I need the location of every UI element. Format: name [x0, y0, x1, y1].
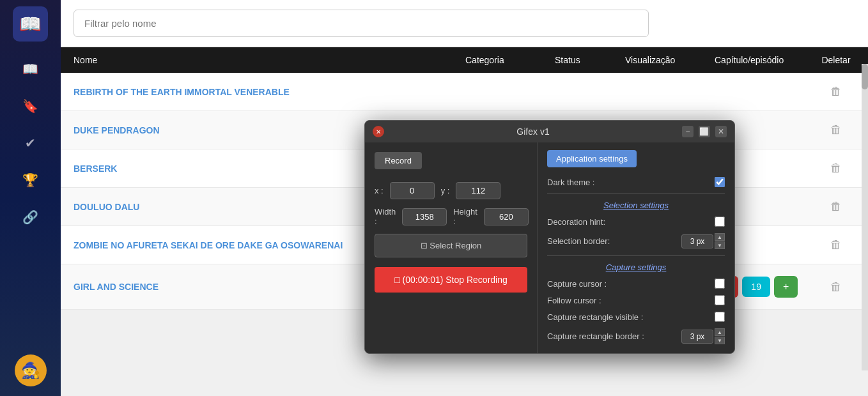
logo-icon: 📖 [19, 13, 42, 34]
header-nome: Nome [74, 55, 465, 65]
selection-border-spinner: ▲ ▼ [681, 233, 725, 249]
read-icon: 📖 [22, 61, 38, 77]
row-deletar-1: 🗑 [817, 85, 855, 98]
dark-theme-row: Dark theme : [547, 177, 725, 187]
divider-2 [547, 255, 725, 256]
stop-recording-button[interactable]: □ (00:00:01) Stop Recording [375, 267, 527, 293]
trophy-icon: 🏆 [22, 172, 38, 188]
width-label: Width : [375, 207, 396, 226]
sidebar-item-read[interactable]: 📖 [15, 53, 47, 85]
y-label: y : [441, 186, 450, 195]
modal-titlebar: ✕ Gifex v1 − ⬜ ✕ [365, 121, 734, 142]
follow-cursor-row: Follow cursor : [547, 295, 725, 305]
record-panel: Record x : y : Width : Height : ⊡ Select… [365, 142, 538, 353]
capture-rect-border-row: Capture rectangle border : ▲ ▼ [547, 328, 725, 344]
modal-close-button[interactable]: ✕ [373, 126, 384, 137]
row-deletar-6: 🗑 [817, 280, 855, 294]
sidebar-item-check[interactable]: ✔ [15, 127, 47, 159]
sidebar-item-trophy[interactable]: 🏆 [15, 164, 47, 196]
sidebar-logo[interactable]: 📖 [13, 6, 48, 42]
capture-rect-border-up[interactable]: ▲ [715, 328, 725, 336]
selection-border-arrows: ▲ ▼ [715, 233, 725, 249]
select-region-button[interactable]: ⊡ Select Region [375, 234, 527, 257]
header-visualizacao: Visualização [625, 55, 715, 65]
header-categoria: Categoria [465, 55, 555, 65]
scrollbar-track[interactable] [862, 64, 868, 370]
capture-rect-border-arrows: ▲ ▼ [715, 328, 725, 344]
decoration-hint-row: Decoration hint: [547, 217, 725, 227]
height-input[interactable] [484, 208, 529, 225]
row-deletar-3: 🗑 [817, 162, 855, 175]
gifex-modal: ✕ Gifex v1 − ⬜ ✕ Record x : y : Width : … [364, 120, 735, 354]
capture-rect-visible-row: Capture rectangle visible : [547, 312, 725, 322]
row-deletar-5: 🗑 [817, 238, 855, 252]
selection-settings-title: Selection settings [547, 201, 725, 210]
row-name-rebirth[interactable]: REBIRTH OF THE EARTH IMMORTAL VENERABLE [74, 87, 465, 97]
follow-cursor-label: Follow cursor : [547, 296, 601, 305]
selection-border-row: Selection border: ▲ ▼ [547, 233, 725, 249]
capture-rect-border-input[interactable] [681, 330, 713, 344]
modal-body: Record x : y : Width : Height : ⊡ Select… [365, 142, 734, 353]
selection-border-input[interactable] [681, 234, 713, 248]
row-deletar-4: 🗑 [817, 200, 855, 213]
x-label: x : [375, 186, 384, 195]
selection-border-up[interactable]: ▲ [715, 233, 725, 241]
tab-app-settings[interactable]: Application settings [547, 150, 637, 167]
header-capitulo: Capítulo/episódio [715, 55, 817, 65]
y-input[interactable] [456, 182, 500, 199]
decoration-hint-label: Decoration hint: [547, 217, 605, 227]
height-label: Height : [453, 207, 477, 226]
delete-icon-1[interactable]: 🗑 [830, 85, 842, 98]
sidebar: 📖 📖 🔖 ✔ 🏆 🔗 🧙 [0, 0, 61, 396]
app-settings-panel: Application settings Dark theme : Select… [538, 142, 734, 353]
delete-icon-3[interactable]: 🗑 [830, 162, 842, 174]
divider-1 [547, 194, 725, 194]
modal-close-x-button[interactable]: ✕ [715, 126, 727, 137]
header-status: Status [555, 55, 625, 65]
capture-rect-visible-label: Capture rectangle visible : [547, 312, 643, 322]
capture-cursor-checkbox[interactable] [715, 278, 725, 289]
dark-theme-checkbox[interactable] [715, 177, 725, 187]
capture-rect-visible-checkbox[interactable] [715, 312, 725, 322]
avatar-icon: 🧙 [21, 362, 40, 379]
table-header: Nome Categoria Status Visualização Capít… [61, 47, 868, 73]
user-avatar[interactable]: 🧙 [15, 354, 47, 386]
capture-cursor-row: Capture cursor : [547, 278, 725, 289]
capture-settings-title: Capture settings [547, 263, 725, 272]
delete-icon-6[interactable]: 🗑 [830, 280, 842, 293]
delete-icon-2[interactable]: 🗑 [830, 123, 842, 136]
capture-rect-border-label: Capture rectangle border : [547, 331, 644, 341]
capture-cursor-label: Capture cursor : [547, 279, 607, 289]
modal-maximize-button[interactable]: ⬜ [699, 126, 710, 137]
row-deletar-2: 🗑 [817, 123, 855, 137]
selection-border-label: Selection border: [547, 236, 610, 246]
decoration-hint-checkbox[interactable] [715, 217, 725, 227]
search-bar [61, 0, 868, 47]
table-row: REBIRTH OF THE EARTH IMMORTAL VENERABLE … [61, 73, 868, 111]
width-input[interactable] [402, 208, 447, 225]
modal-minimize-button[interactable]: − [682, 126, 694, 137]
dark-theme-label: Dark theme : [547, 178, 594, 187]
delete-icon-5[interactable]: 🗑 [830, 238, 842, 251]
tab-record[interactable]: Record [375, 152, 422, 169]
bookmark-icon: 🔖 [22, 98, 38, 114]
modal-title: Gifex v1 [516, 126, 549, 137]
btn-num[interactable]: 19 [742, 277, 770, 297]
sidebar-item-share[interactable]: 🔗 [15, 201, 47, 233]
selection-border-down[interactable]: ▼ [715, 241, 725, 249]
coord-size-row: Width : Height : [375, 207, 527, 226]
sidebar-item-bookmark[interactable]: 🔖 [15, 90, 47, 122]
search-input[interactable] [74, 10, 649, 37]
capture-rect-border-spinner: ▲ ▼ [681, 328, 725, 344]
scrollbar-thumb[interactable] [862, 64, 868, 89]
capture-rect-border-down[interactable]: ▼ [715, 337, 725, 344]
header-deletar: Deletar [817, 55, 855, 65]
check-icon: ✔ [25, 135, 36, 151]
share-icon: 🔗 [22, 209, 38, 225]
x-input[interactable] [390, 182, 435, 199]
delete-icon-4[interactable]: 🗑 [830, 200, 842, 213]
coord-x-row: x : y : [375, 182, 527, 199]
btn-plus[interactable]: + [774, 276, 798, 298]
follow-cursor-checkbox[interactable] [715, 295, 725, 305]
titlebar-controls: − ⬜ ✕ [682, 126, 727, 137]
